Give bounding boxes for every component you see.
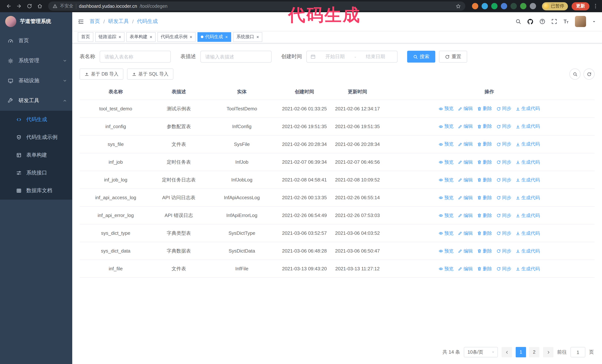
row-action-sync[interactable]: 同步 bbox=[496, 176, 511, 184]
view-tab[interactable]: 系统接口 × bbox=[233, 32, 262, 42]
profile-paused-chip[interactable]: 已暂停 bbox=[542, 2, 568, 10]
row-action-edit[interactable]: 编辑 bbox=[458, 176, 473, 184]
view-tab[interactable]: 表单构建 × bbox=[126, 32, 156, 42]
row-action-sync[interactable]: 同步 bbox=[496, 265, 511, 273]
row-action-delete[interactable]: 删除 bbox=[477, 247, 492, 255]
row-action-generate-code[interactable]: 生成代码 bbox=[516, 212, 540, 219]
breadcrumb-item[interactable]: 首页/ bbox=[90, 18, 108, 25]
tab-close-icon[interactable]: × bbox=[190, 35, 192, 39]
row-action-edit[interactable]: 编辑 bbox=[458, 141, 473, 148]
fox-extension-icon[interactable] bbox=[472, 3, 478, 9]
sidebar-item[interactable]: 系统管理 bbox=[0, 51, 72, 71]
row-action-preview[interactable]: 预览 bbox=[439, 105, 453, 113]
next-page-button[interactable] bbox=[543, 347, 553, 357]
search-button[interactable]: 搜索 bbox=[407, 51, 435, 62]
row-action-sync[interactable]: 同步 bbox=[496, 123, 511, 130]
browser-update-button[interactable]: 更新 bbox=[572, 2, 589, 10]
address-bar[interactable]: 不安全 dashboard.yudao.iocoder.cn /tool/cod… bbox=[48, 1, 465, 11]
create-time-range-picker[interactable]: 开始日期 - 结束日期 bbox=[306, 51, 398, 62]
row-action-delete[interactable]: 删除 bbox=[477, 141, 492, 148]
table-name-input[interactable] bbox=[100, 51, 171, 62]
goto-page-input[interactable] bbox=[570, 347, 585, 357]
row-action-delete[interactable]: 删除 bbox=[477, 265, 492, 273]
row-action-delete[interactable]: 删除 bbox=[477, 105, 492, 113]
refresh-table-button[interactable] bbox=[583, 69, 595, 80]
row-action-sync[interactable]: 同步 bbox=[496, 247, 511, 255]
browser-forward-button[interactable] bbox=[14, 1, 24, 11]
browser-menu-icon[interactable] bbox=[593, 3, 598, 9]
row-action-preview[interactable]: 预览 bbox=[439, 194, 453, 201]
page-size-select[interactable]: 10条/页 bbox=[464, 347, 498, 357]
github-icon[interactable] bbox=[527, 18, 533, 25]
row-action-delete[interactable]: 删除 bbox=[477, 229, 492, 237]
row-action-delete[interactable]: 删除 bbox=[477, 123, 492, 130]
row-action-generate-code[interactable]: 生成代码 bbox=[516, 123, 540, 130]
prev-page-button[interactable] bbox=[502, 347, 512, 357]
check-extension-icon[interactable] bbox=[491, 3, 497, 9]
browser-back-button[interactable] bbox=[4, 1, 13, 11]
sidebar-item[interactable]: 首页 bbox=[0, 31, 72, 51]
users-extension-icon[interactable] bbox=[501, 3, 507, 9]
sidebar-subitem[interactable]: 系统接口 bbox=[0, 164, 72, 182]
view-tab[interactable]: 链路追踪 × bbox=[95, 32, 124, 42]
view-tab[interactable]: 代码生成 × bbox=[197, 32, 231, 42]
row-action-preview[interactable]: 预览 bbox=[439, 158, 453, 166]
row-action-sync[interactable]: 同步 bbox=[496, 212, 511, 219]
app-logo[interactable]: 芋道管理系统 bbox=[0, 12, 72, 31]
row-action-preview[interactable]: 预览 bbox=[439, 212, 453, 219]
row-action-edit[interactable]: 编辑 bbox=[458, 158, 473, 166]
row-action-sync[interactable]: 同步 bbox=[496, 141, 511, 148]
reset-button[interactable]: 重置 bbox=[439, 51, 467, 62]
sidebar-subitem[interactable]: 代码生成示例 bbox=[0, 128, 72, 146]
row-action-preview[interactable]: 预览 bbox=[439, 176, 453, 184]
row-action-generate-code[interactable]: 生成代码 bbox=[516, 194, 540, 201]
row-action-delete[interactable]: 删除 bbox=[477, 212, 492, 219]
row-action-edit[interactable]: 编辑 bbox=[458, 105, 473, 113]
row-action-edit[interactable]: 编辑 bbox=[458, 247, 473, 255]
chart-extension-icon[interactable] bbox=[510, 3, 517, 9]
page-number-button[interactable]: 1 bbox=[516, 347, 526, 357]
import-db-button[interactable]: 基于 DB 导入 bbox=[80, 69, 123, 80]
breadcrumb-item[interactable]: 代码生成/ bbox=[137, 18, 158, 25]
sidebar-toggle-button[interactable] bbox=[72, 18, 90, 25]
row-action-preview[interactable]: 预览 bbox=[439, 123, 453, 130]
row-action-delete[interactable]: 删除 bbox=[477, 158, 492, 166]
row-action-preview[interactable]: 预览 bbox=[439, 247, 453, 255]
leaf-extension-icon[interactable] bbox=[520, 3, 527, 9]
row-action-preview[interactable]: 预览 bbox=[439, 229, 453, 237]
row-action-generate-code[interactable]: 生成代码 bbox=[516, 158, 540, 166]
row-action-sync[interactable]: 同步 bbox=[496, 105, 511, 113]
import-sql-button[interactable]: 基于 SQL 导入 bbox=[127, 69, 173, 80]
puzzle-extension-icon[interactable] bbox=[530, 3, 536, 9]
row-action-edit[interactable]: 编辑 bbox=[458, 123, 473, 130]
row-action-sync[interactable]: 同步 bbox=[496, 229, 511, 237]
view-tab[interactable]: 代码生成示例 × bbox=[157, 32, 196, 42]
row-action-edit[interactable]: 编辑 bbox=[458, 229, 473, 237]
row-action-generate-code[interactable]: 生成代码 bbox=[516, 265, 540, 273]
tab-close-icon[interactable]: × bbox=[118, 35, 121, 39]
row-action-sync[interactable]: 同步 bbox=[496, 158, 511, 166]
sidebar-subitem[interactable]: 表单构建 bbox=[0, 146, 72, 164]
row-action-edit[interactable]: 编辑 bbox=[458, 194, 473, 201]
row-action-edit[interactable]: 编辑 bbox=[458, 212, 473, 219]
row-action-preview[interactable]: 预览 bbox=[439, 141, 453, 148]
row-action-generate-code[interactable]: 生成代码 bbox=[516, 229, 540, 237]
user-avatar[interactable] bbox=[575, 16, 586, 27]
row-action-delete[interactable]: 删除 bbox=[477, 176, 492, 184]
sidebar-item[interactable]: 研发工具 bbox=[0, 91, 72, 111]
view-tab[interactable]: 首页 × bbox=[78, 32, 93, 42]
font-size-icon[interactable] bbox=[563, 19, 569, 24]
page-number-button[interactable]: 2 bbox=[529, 347, 539, 357]
row-action-sync[interactable]: 同步 bbox=[496, 194, 511, 201]
row-action-preview[interactable]: 预览 bbox=[439, 265, 453, 273]
row-action-edit[interactable]: 编辑 bbox=[458, 265, 473, 273]
row-action-generate-code[interactable]: 生成代码 bbox=[516, 247, 540, 255]
sidebar-subitem[interactable]: 代码生成 bbox=[0, 111, 72, 128]
bookmark-star-icon[interactable] bbox=[456, 3, 461, 9]
row-action-generate-code[interactable]: 生成代码 bbox=[516, 105, 540, 113]
header-search-icon[interactable] bbox=[515, 19, 521, 24]
row-action-generate-code[interactable]: 生成代码 bbox=[516, 176, 540, 184]
table-desc-input[interactable] bbox=[200, 51, 271, 62]
drop-extension-icon[interactable] bbox=[482, 3, 488, 9]
row-action-delete[interactable]: 删除 bbox=[477, 194, 492, 201]
